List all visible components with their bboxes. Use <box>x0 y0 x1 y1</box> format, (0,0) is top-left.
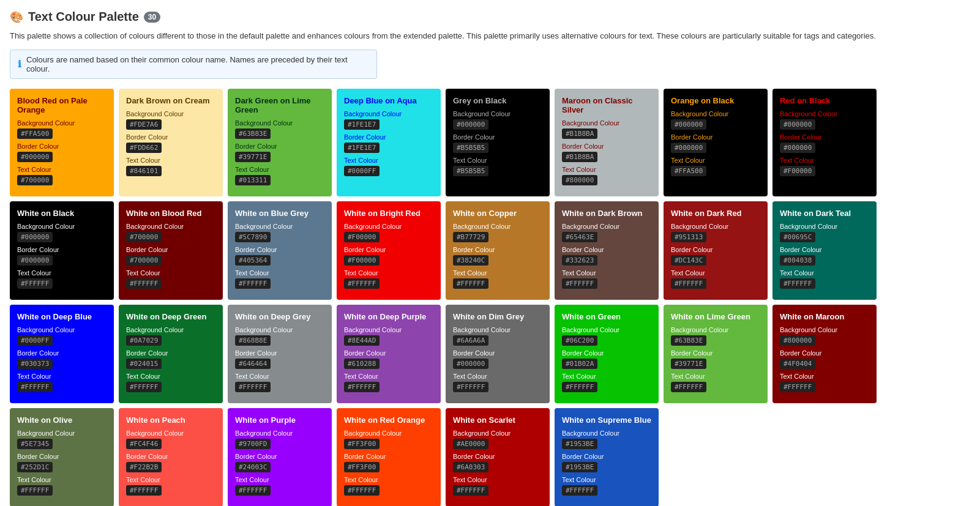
colour-card[interactable]: White on Bright Red Background Colour #F… <box>337 201 441 300</box>
colour-card[interactable]: White on Scarlet Background Colour #AE00… <box>446 408 550 507</box>
bg-label: Background Colour <box>562 119 651 127</box>
page-description: This palette shows a collection of colou… <box>10 30 970 42</box>
colour-card[interactable]: White on Deep Green Background Colour #0… <box>119 305 223 403</box>
bg-chip: #1953BE <box>562 439 597 449</box>
colour-card[interactable]: White on Blue Grey Background Colour #5C… <box>228 201 332 300</box>
colour-card[interactable]: White on Black Background Colour #000000… <box>10 201 114 300</box>
border-label: Border Colour <box>126 133 215 141</box>
colour-card[interactable]: Deep Blue on Aqua Background Colour #1FE… <box>337 89 441 196</box>
bg-label: Background Colour <box>453 110 542 117</box>
text-chip: #FFFFFF <box>17 485 53 496</box>
text-label: Text Colour <box>780 157 869 164</box>
border-label: Border Colour <box>17 349 107 357</box>
count-badge: 30 <box>144 12 160 23</box>
text-chip: #FFFFFF <box>453 278 488 289</box>
colour-card[interactable]: White on Red Orange Background Colour #F… <box>337 408 441 507</box>
card-title: White on Deep Grey <box>235 312 324 321</box>
bg-label: Background Colour <box>562 223 651 230</box>
colour-card[interactable]: White on Dim Grey Background Colour #6A6… <box>446 305 550 403</box>
border-chip: #FF3F00 <box>344 462 380 472</box>
text-label: Text Colour <box>344 373 433 380</box>
text-chip: #FFFFFF <box>344 485 380 496</box>
palette-icon: 🎨 <box>10 10 23 24</box>
colour-card[interactable]: Maroon on Classic Silver Background Colo… <box>555 89 659 196</box>
colour-card[interactable]: White on Dark Teal Background Colour #00… <box>772 201 877 300</box>
bg-label: Background Colour <box>17 223 107 230</box>
text-chip: #FFFFFF <box>562 382 597 392</box>
text-label: Text Colour <box>235 476 324 483</box>
colour-card[interactable]: Dark Brown on Cream Background Colour #F… <box>119 89 223 196</box>
card-title: White on Olive <box>17 415 107 425</box>
colour-card[interactable]: White on Green Background Colour #06C200… <box>555 305 659 403</box>
bg-chip: #6A6A6A <box>453 335 488 346</box>
colour-card[interactable]: White on Deep Purple Background Colour #… <box>337 305 441 403</box>
text-chip: #FFFFFF <box>562 485 597 496</box>
colour-card[interactable]: White on Blood Red Background Colour #70… <box>119 201 223 300</box>
card-title: White on Deep Purple <box>344 312 433 321</box>
bg-label: Background Colour <box>344 223 433 230</box>
bg-chip: #800000 <box>780 335 815 346</box>
text-chip: #FFFFFF <box>780 382 815 392</box>
bg-chip: #868B8E <box>235 335 271 346</box>
text-label: Text Colour <box>562 476 651 483</box>
card-title: White on Supreme Blue <box>562 415 651 425</box>
text-chip: #013311 <box>235 175 271 185</box>
card-title: White on Lime Green <box>671 312 760 321</box>
colour-card[interactable]: White on Purple Background Colour #9700F… <box>228 408 332 507</box>
border-label: Border Colour <box>562 453 651 460</box>
border-label: Border Colour <box>126 349 215 357</box>
colour-card[interactable]: White on Supreme Blue Background Colour … <box>555 408 659 507</box>
border-label: Border Colour <box>562 143 651 150</box>
border-label: Border Colour <box>235 143 324 150</box>
colour-card[interactable]: White on Deep Blue Background Colour #00… <box>10 305 114 403</box>
colour-card[interactable]: Red on Black Background Colour #000000 B… <box>772 89 877 196</box>
colour-card[interactable]: White on Lime Green Background Colour #6… <box>664 305 768 403</box>
border-label: Border Colour <box>344 133 433 141</box>
bg-label: Background Colour <box>344 326 433 333</box>
bg-label: Background Colour <box>671 326 760 333</box>
text-chip: #FFFFFF <box>780 278 815 289</box>
border-label: Border Colour <box>453 246 542 253</box>
text-chip: #FFFFFF <box>453 485 488 496</box>
info-text: Colours are named based on their common … <box>26 55 369 73</box>
bg-chip: #0A7029 <box>126 335 162 346</box>
colour-card[interactable]: White on Dark Red Background Colour #951… <box>664 201 768 300</box>
colour-card[interactable]: Blood Red on Pale Orange Background Colo… <box>10 89 114 196</box>
bg-label: Background Colour <box>17 119 107 127</box>
colour-card[interactable]: Orange on Black Background Colour #00000… <box>664 89 768 196</box>
colour-card[interactable]: Dark Green on Lime Green Background Colo… <box>228 89 332 196</box>
colour-card[interactable]: White on Peach Background Colour #FC4F46… <box>119 408 223 507</box>
colour-card[interactable]: White on Dark Brown Background Colour #6… <box>555 201 659 300</box>
bg-label: Background Colour <box>671 223 760 230</box>
border-label: Border Colour <box>453 133 542 141</box>
card-title: White on Dim Grey <box>453 312 542 321</box>
border-label: Border Colour <box>17 453 107 460</box>
text-label: Text Colour <box>671 373 760 380</box>
bg-chip: #000000 <box>453 119 488 130</box>
bg-label: Background Colour <box>126 326 215 333</box>
text-label: Text Colour <box>780 373 869 380</box>
text-label: Text Colour <box>453 476 542 483</box>
text-label: Text Colour <box>671 157 760 164</box>
colour-card[interactable]: White on Deep Grey Background Colour #86… <box>228 305 332 403</box>
text-label: Text Colour <box>780 269 869 277</box>
colour-card[interactable]: Grey on Black Background Colour #000000 … <box>446 89 550 196</box>
text-label: Text Colour <box>235 166 324 173</box>
bg-label: Background Colour <box>235 430 324 437</box>
bg-label: Background Colour <box>671 110 760 117</box>
border-chip: #6A0303 <box>453 462 488 472</box>
colour-card[interactable]: White on Olive Background Colour #5E7345… <box>10 408 114 507</box>
text-chip: #F00000 <box>780 166 815 176</box>
colour-card[interactable]: White on Copper Background Colour #B7772… <box>446 201 550 300</box>
colour-card[interactable]: White on Maroon Background Colour #80000… <box>772 305 877 403</box>
text-chip: #FFFFFF <box>453 382 488 392</box>
bg-label: Background Colour <box>780 110 869 117</box>
text-label: Text Colour <box>453 269 542 277</box>
border-label: Border Colour <box>235 349 324 357</box>
border-chip: #000000 <box>453 359 488 369</box>
border-chip: #610288 <box>344 359 380 369</box>
card-title: White on Deep Blue <box>17 312 107 321</box>
text-chip: #FFFFFF <box>126 278 162 289</box>
bg-chip: #63B83E <box>671 335 706 346</box>
bg-chip: #0000FF <box>17 335 53 346</box>
